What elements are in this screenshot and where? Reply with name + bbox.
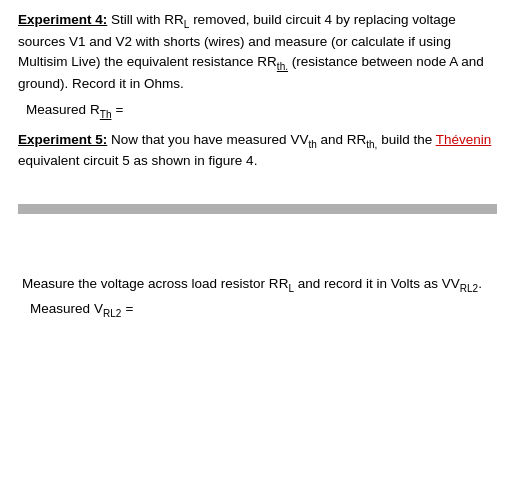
vrl2-inline: VRL2 [451, 276, 478, 291]
experiment5-paragraph: Experiment 5: Now that you have measured… [18, 130, 497, 172]
equals-bottom: = [125, 301, 133, 316]
experiment4-body1: Still with R [111, 12, 174, 27]
rth-subscript-inline: th. [277, 61, 288, 72]
vth-subscript: th [308, 138, 316, 149]
vrl2-subscript-measured: RL2 [103, 308, 121, 319]
bottom-paragraph: Measure the voltage across load resistor… [22, 274, 493, 296]
page: Experiment 4: Still with RRL removed, bu… [0, 0, 515, 502]
vrl2-full: VRL2 [94, 301, 121, 319]
rth-symbol-5: Rth, [357, 132, 378, 147]
experiment4-paragraph: Experiment 4: Still with RRL removed, bu… [18, 10, 497, 94]
experiment5-body2: and R [317, 132, 357, 147]
top-section: Experiment 4: Still with RRL removed, bu… [18, 10, 497, 186]
measured-label-4: Measured [26, 102, 86, 117]
measured-label-bottom: Measured [30, 301, 90, 316]
bottom-text1: Measure the voltage across load resistor… [22, 276, 279, 291]
rth-subscript-5: th, [366, 138, 377, 149]
bottom-text2: and record it in Volts as V [294, 276, 451, 291]
rth-full: RTh [90, 102, 111, 120]
divider [18, 204, 497, 214]
bottom-text3: . [478, 276, 482, 291]
thevenin-word: Thévenin [436, 132, 492, 147]
equals-4: = [115, 102, 123, 117]
rl-symbol-bottom: RL [279, 276, 294, 291]
rl-symbol: RL [174, 12, 189, 27]
measured-rth-line: Measured RTh = [26, 102, 497, 120]
experiment5-body4: equivalent circuit 5 as shown in figure … [18, 153, 257, 168]
measured-vrl2-line: Measured VRL2 = [30, 301, 493, 319]
experiment4-title: Experiment 4: [18, 12, 107, 27]
bottom-section: Measure the voltage across load resistor… [18, 274, 497, 319]
experiment5-body1: Now that you have measured V [107, 132, 299, 147]
experiment5-title: Experiment 5: [18, 132, 107, 147]
vth-symbol: Vth [299, 132, 316, 147]
rth-subscript-measured: Th [100, 109, 112, 120]
experiment5-body3: build the [377, 132, 435, 147]
rth-symbol-inline: Rth. [267, 54, 288, 69]
vrl2-sub-inline: RL2 [460, 282, 478, 293]
